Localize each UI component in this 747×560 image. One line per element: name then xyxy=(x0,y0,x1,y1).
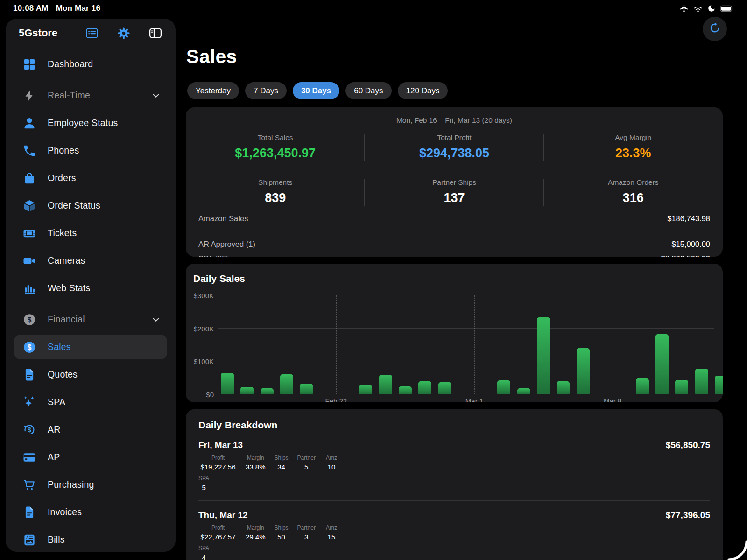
sidebar-item-label: AP xyxy=(48,452,60,462)
sidebar-item-purchasing[interactable]: Purchasing xyxy=(6,471,176,498)
breakdown-entries: Fri, Mar 13$56,850.75Profit$19,227.56Mar… xyxy=(198,431,710,560)
refresh-button[interactable] xyxy=(703,17,727,41)
document-icon xyxy=(21,504,37,520)
sales-bar-feb-19[interactable] xyxy=(280,374,293,394)
x-tick-label: Feb 22 xyxy=(325,397,347,402)
sidebar-item-ar[interactable]: $AR xyxy=(6,416,176,443)
sidebar-item-cameras[interactable]: Cameras xyxy=(6,247,176,274)
bar-chart-icon xyxy=(21,280,37,296)
metric-margin: Margin33.8% xyxy=(246,455,266,471)
page-title: Sales xyxy=(186,46,237,68)
sidebar-item-web-stats[interactable]: Web Stats xyxy=(6,274,176,302)
cart-icon xyxy=(21,477,37,493)
sidebar-item-spa[interactable]: SPA xyxy=(6,388,176,416)
sidebar-item-label: Financial xyxy=(48,314,85,325)
sidebar-nav: DashboardReal-TimeEmployee StatusPhonesO… xyxy=(6,48,176,552)
y-gridline xyxy=(218,328,714,329)
sidebar-item-real-time[interactable]: Real-Time xyxy=(6,82,176,109)
primary-stats-row: Total Sales$1,263,450.97Total Profit$294… xyxy=(186,132,723,164)
sidebar-item-label: Sales xyxy=(48,342,71,352)
stat-total-profit: Total Profit$294,738.05 xyxy=(365,132,543,164)
sales-bar-mar-11[interactable] xyxy=(675,380,688,394)
sales-bar-feb-25[interactable] xyxy=(399,386,412,394)
stat-total-sales: Total Sales$1,263,450.97 xyxy=(186,132,365,164)
filter-yesterday[interactable]: Yesterday xyxy=(187,82,239,99)
entry-day: Thu, Mar 12 xyxy=(198,510,248,520)
metric-ships: Ships50 xyxy=(274,525,289,541)
sparkles-icon xyxy=(21,394,37,410)
sidebar-item-label: Orders xyxy=(48,173,76,183)
entry-day: Fri, Mar 13 xyxy=(198,440,243,450)
metric-partner: Partner3 xyxy=(297,525,316,541)
cube-icon xyxy=(21,198,37,214)
sidebar-item-dashboard[interactable]: Dashboard xyxy=(6,50,176,78)
svg-text:A: A xyxy=(26,535,29,540)
status-icons xyxy=(679,4,734,13)
refresh-icon xyxy=(708,21,721,36)
metric-margin: Margin29.4% xyxy=(246,525,266,541)
sales-bar-feb-23[interactable] xyxy=(359,385,372,394)
sales-bar-mar-5[interactable] xyxy=(557,381,570,394)
sales-bar-mar-2[interactable] xyxy=(497,380,510,394)
sidebar-item-financial[interactable]: $Financial xyxy=(6,306,176,333)
phone-icon xyxy=(21,143,37,159)
sidebar-item-phones[interactable]: Phones xyxy=(6,137,176,164)
metric-spa: SPA5 xyxy=(198,475,209,491)
sidebar-item-order-status[interactable]: Order Status xyxy=(6,192,176,219)
x-gridline xyxy=(336,295,337,394)
y-tick-label: $300K xyxy=(186,292,214,300)
sidebar-header-icons xyxy=(85,26,162,40)
sales-bar-feb-18[interactable] xyxy=(261,388,274,394)
sidebar: 5Gstore DashboardReal-TimeEmployee Statu… xyxy=(6,19,176,552)
sidebar-item-employee-status[interactable]: Employee Status xyxy=(6,109,176,137)
metric-ships: Ships34 xyxy=(274,455,289,471)
sales-bar-feb-26[interactable] xyxy=(418,381,431,394)
chevron-down-icon[interactable] xyxy=(150,314,162,325)
y-tick-label: $100K xyxy=(186,357,214,365)
summary-row-spa-85-: SPA (85)$8,820,502.23 xyxy=(198,252,710,257)
sidebar-item-label: SPA xyxy=(48,397,65,407)
sales-bar-mar-6[interactable] xyxy=(577,348,590,394)
sidebar-item-bills[interactable]: ABills xyxy=(6,526,176,552)
sales-bar-mar-3[interactable] xyxy=(517,388,530,394)
stat-partner-ships: Partner Ships137 xyxy=(365,176,543,209)
sidebar-item-ap[interactable]: AP xyxy=(6,443,176,471)
amazon-sales-row: Amazon Sales $186,743.98 xyxy=(198,209,710,228)
sidebar-item-label: Phones xyxy=(48,145,79,156)
sidebar-header: 5Gstore xyxy=(6,19,176,48)
sales-bar-feb-20[interactable] xyxy=(300,384,313,394)
gear-icon[interactable] xyxy=(117,26,131,40)
breakdown-title: Daily Breakdown xyxy=(198,420,710,431)
summary-row-ar-approved-1-: AR Approved (1)$15,000.00 xyxy=(198,237,710,252)
filter-60-days[interactable]: 60 Days xyxy=(345,82,391,99)
stat-amazon-orders: Amazon Orders316 xyxy=(544,176,723,209)
svg-text:$: $ xyxy=(28,315,32,323)
list-rectangle-icon[interactable] xyxy=(85,26,99,40)
chevron-down-icon[interactable] xyxy=(150,90,162,101)
sales-bar-mar-4[interactable] xyxy=(537,317,550,394)
sales-bar-feb-17[interactable] xyxy=(240,387,254,394)
sidebar-item-sales[interactable]: $Sales xyxy=(14,335,167,359)
sidebar-item-tickets[interactable]: Tickets xyxy=(6,219,176,247)
sales-bar-feb-16[interactable] xyxy=(221,373,234,394)
y-gridline xyxy=(218,295,714,295)
filter-7-days[interactable]: 7 Days xyxy=(245,82,287,99)
breakdown-entry-fri-mar-13[interactable]: Fri, Mar 13$56,850.75Profit$19,227.56Mar… xyxy=(198,431,710,492)
filter-30-days[interactable]: 30 Days xyxy=(293,82,339,99)
battery-icon xyxy=(720,5,734,12)
sidebar-item-orders[interactable]: Orders xyxy=(6,164,176,192)
metric-profit: Profit$19,227.56 xyxy=(198,455,238,471)
breakdown-entry-thu-mar-12[interactable]: Thu, Mar 12$77,396.05Profit$22,767.57Mar… xyxy=(198,501,710,560)
sales-bar-feb-27[interactable] xyxy=(438,382,451,394)
sidebar-item-quotes[interactable]: Quotes xyxy=(6,361,176,388)
sales-bar-feb-24[interactable] xyxy=(379,375,392,394)
date-range: Mon, Feb 16 – Fri, Mar 13 (20 days) xyxy=(186,107,723,125)
sales-bar-mar-9[interactable] xyxy=(636,378,649,394)
sales-bar-mar-12[interactable] xyxy=(695,369,708,394)
filter-120-days[interactable]: 120 Days xyxy=(398,82,448,99)
sidebar-toggle-icon[interactable] xyxy=(148,26,162,40)
sidebar-item-invoices[interactable]: Invoices xyxy=(6,498,176,526)
sales-bar-mar-13[interactable] xyxy=(715,376,723,394)
sales-bar-mar-10[interactable] xyxy=(655,334,669,394)
credit-card-icon xyxy=(21,449,37,465)
